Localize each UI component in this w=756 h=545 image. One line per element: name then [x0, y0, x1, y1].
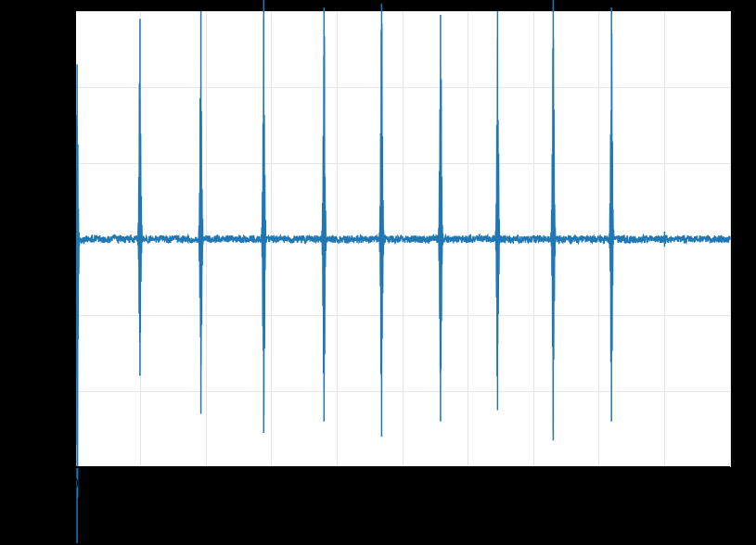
svg-text:-0.2: -0.2 — [44, 308, 66, 323]
svg-text:-0.4: -0.4 — [44, 384, 66, 399]
svg-text:0: 0 — [58, 232, 66, 247]
svg-text:0.4: 0.4 — [48, 80, 67, 95]
svg-text:6: 6 — [465, 475, 472, 490]
svg-text:7: 7 — [530, 475, 537, 490]
svg-text:1: 1 — [137, 475, 145, 490]
svg-text:0.6: 0.6 — [48, 4, 67, 19]
svg-text:8: 8 — [596, 475, 603, 490]
svg-text:9: 9 — [661, 475, 669, 490]
svg-text:-0.6: -0.6 — [44, 460, 66, 475]
svg-text:0.2: 0.2 — [48, 156, 67, 171]
x-ticks: 012345678910 — [71, 467, 737, 490]
x-axis-label: Time (seconds) — [352, 506, 454, 522]
y-axis-label: Amplitude — [7, 206, 23, 272]
chart-svg: 012345678910 -0.6-0.4-0.200.20.40.6 Time… — [0, 0, 756, 545]
svg-text:10: 10 — [723, 475, 737, 490]
y-ticks: -0.6-0.4-0.200.20.40.6 — [44, 4, 75, 475]
svg-text:0: 0 — [71, 475, 79, 490]
svg-text:2: 2 — [202, 475, 210, 490]
svg-text:5: 5 — [399, 475, 406, 490]
svg-text:3: 3 — [268, 475, 275, 490]
svg-text:4: 4 — [334, 475, 341, 490]
